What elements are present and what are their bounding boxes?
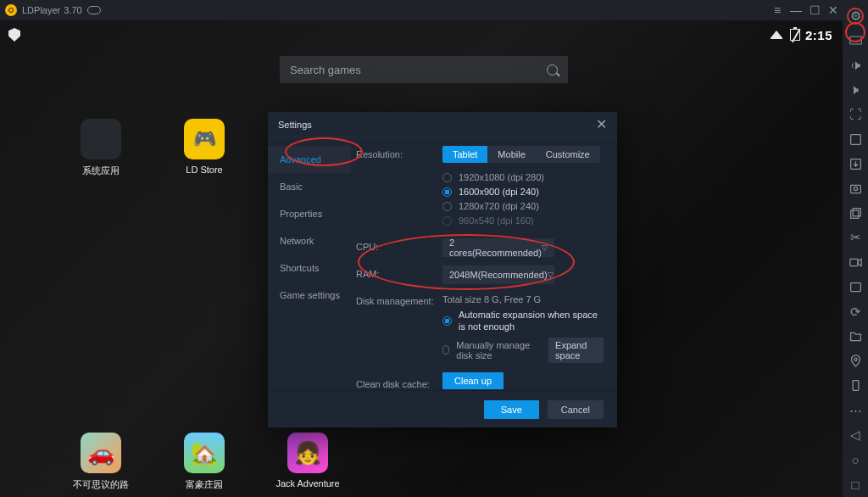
svg-rect-1 (850, 134, 860, 144)
ram-select[interactable]: 2048M(Recommended)▽ (442, 265, 554, 284)
location-icon[interactable] (843, 349, 868, 373)
dialog-header: Settings ✕ (268, 112, 617, 137)
app-road[interactable]: 🚗 不可思议的路 (71, 433, 131, 491)
shake-icon[interactable] (843, 373, 868, 398)
svg-point-4 (854, 187, 857, 190)
desktop: 2:15 Search games 系统应用 🎮 LD Store 🚗 不可思议… (0, 20, 843, 497)
menu-icon[interactable]: ≡ (768, 1, 787, 20)
res-1600[interactable]: 1600x900 (dpi 240) (442, 187, 604, 197)
screenshot-icon[interactable] (843, 176, 868, 201)
disk-auto[interactable]: Automatic expansion when space is not en… (442, 309, 604, 333)
svg-rect-5 (850, 210, 858, 218)
res-1920[interactable]: 1920x1080 (dpi 280) (442, 172, 604, 182)
battery-icon (790, 29, 800, 41)
tab-mobile[interactable]: Mobile (487, 146, 535, 163)
install-apk-icon[interactable] (843, 152, 868, 176)
search-placeholder: Search games (290, 64, 361, 76)
svg-rect-0 (849, 36, 861, 44)
volume-down-icon[interactable]: 🕨 (843, 77, 868, 102)
app-label: LD Store (186, 165, 222, 175)
more-icon[interactable]: ⋯ (843, 399, 868, 423)
ram-label: RAM: (356, 265, 442, 279)
sync-icon[interactable] (843, 275, 868, 299)
minimize-button[interactable]: — (787, 1, 805, 20)
app-jack[interactable]: 👧 Jack Adventure (278, 433, 337, 489)
svg-rect-8 (850, 283, 860, 292)
save-button[interactable]: Save (484, 400, 539, 419)
home-button[interactable]: ○ (843, 448, 868, 472)
app-logo (5, 4, 17, 16)
disk-manual[interactable]: Manually manage disk sizeExpand space (442, 338, 604, 363)
dialog-footer: Save Cancel (268, 390, 617, 427)
res-960[interactable]: 960x540 (dpi 160) (442, 215, 604, 226)
cloud-icon[interactable] (87, 6, 101, 14)
app-label: 富豪庄园 (186, 478, 223, 491)
res-1280[interactable]: 1280x720 (dpi 240) (442, 201, 604, 211)
search-icon (547, 64, 558, 75)
search-input[interactable]: Search games (280, 56, 568, 83)
nav-network[interactable]: Network (268, 227, 351, 254)
scissors-icon[interactable]: ✂ (843, 226, 868, 250)
settings-content: Resolution: Tablet Mobile Customize 1920… (351, 137, 617, 390)
shield-icon (8, 28, 20, 42)
settings-nav: Advanced Basic Properties Network Shortc… (268, 137, 351, 390)
shared-folder-icon[interactable] (843, 324, 868, 349)
right-sidebar: ⚙ 🕩 🕨 ⛶ ✂ ⟳ ⋯ ◁ ○ □ (843, 0, 868, 497)
clean-label: Clean disk cache: (356, 376, 442, 389)
app-version: 3.70 (64, 5, 81, 15)
nav-shortcuts[interactable]: Shortcuts (268, 254, 351, 282)
fullscreen-icon[interactable]: ⛶ (843, 102, 868, 126)
record-icon[interactable] (843, 250, 868, 275)
settings-dialog: Settings ✕ Advanced Basic Properties Net… (268, 112, 617, 427)
svg-rect-10 (853, 381, 859, 391)
maximize-button[interactable]: ☐ (805, 1, 824, 20)
disk-summary: Total size 8 G, Free 7 G (442, 294, 604, 304)
app-label: 不可思议的路 (73, 478, 129, 491)
volume-up-icon[interactable]: 🕩 (843, 53, 868, 77)
resolution-label: Resolution: (356, 146, 442, 159)
resolution-tabs: Tablet Mobile Customize (442, 146, 600, 163)
app-label: Jack Adventure (275, 478, 339, 489)
gear-icon[interactable]: ⚙ (843, 3, 868, 28)
svg-rect-7 (849, 259, 857, 265)
expand-space-button[interactable]: Expand space (548, 338, 604, 363)
dialog-close-button[interactable]: ✕ (596, 116, 607, 132)
multi-instance-icon[interactable] (843, 201, 868, 226)
app-system[interactable]: 系统应用 (71, 119, 131, 177)
recent-button[interactable]: □ (843, 472, 868, 497)
app-name: LDPlayer (22, 5, 60, 15)
tab-tablet[interactable]: Tablet (442, 146, 487, 163)
key-mapping-icon[interactable] (843, 126, 868, 151)
nav-advanced[interactable]: Advanced (268, 146, 351, 173)
app-label: 系统应用 (82, 165, 120, 177)
app-ldstore[interactable]: 🎮 LD Store (175, 119, 234, 175)
close-button[interactable]: ✕ (824, 1, 843, 20)
keyboard-icon[interactable] (843, 28, 868, 53)
tab-customize[interactable]: Customize (536, 146, 600, 163)
disk-label: Disk management: (356, 293, 442, 306)
svg-rect-3 (850, 185, 860, 193)
svg-point-9 (854, 359, 856, 361)
cancel-button[interactable]: Cancel (548, 400, 604, 419)
back-button[interactable]: ◁ (843, 423, 868, 448)
clean-up-button[interactable]: Clean up (442, 372, 504, 389)
clock: 2:15 (805, 28, 832, 42)
nav-game-settings[interactable]: Game settings (268, 282, 351, 309)
cpu-select[interactable]: 2 cores(Recommended)▽ (442, 238, 554, 257)
titlebar: LDPlayer 3.70 ≡ — ☐ ✕ « (0, 0, 868, 20)
app-rich[interactable]: 🏡 富豪庄园 (175, 433, 234, 491)
rotate-icon[interactable]: ⟳ (843, 299, 868, 324)
android-status-bar: 2:15 (8, 25, 836, 44)
wifi-icon (770, 31, 783, 39)
dialog-title: Settings (278, 120, 312, 130)
cpu-label: CPU: (356, 238, 442, 252)
nav-properties[interactable]: Properties (268, 200, 351, 227)
svg-rect-6 (853, 208, 860, 215)
nav-basic[interactable]: Basic (268, 173, 351, 200)
